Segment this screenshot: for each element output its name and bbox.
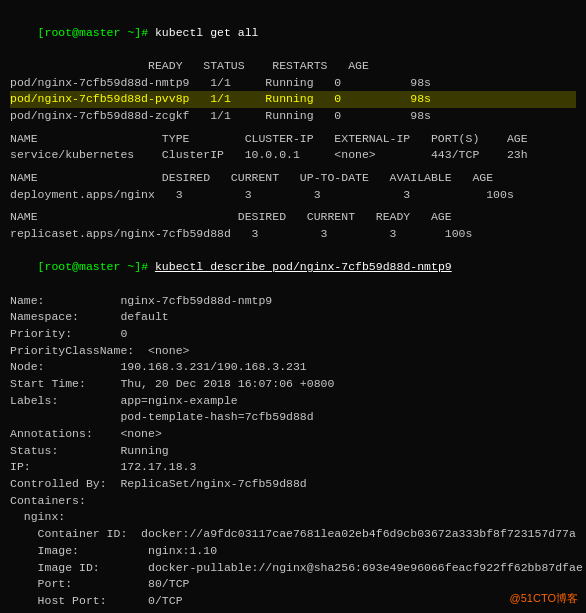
pod-header: READY STATUS RESTARTS AGE [10,58,576,75]
describe-containers: Containers: [10,493,576,510]
describe-port: Port: 80/TCP [10,576,576,593]
terminal-window: [root@master ~]# kubectl get all READY S… [10,8,576,613]
deploy-row-1: deployment.apps/nginx 3 3 3 3 100s [10,187,576,204]
describe-starttime: Start Time: Thu, 20 Dec 2018 16:07:06 +0… [10,376,576,393]
prompt-1: [root@master ~]# [38,26,155,39]
deploy-header: NAME DESIRED CURRENT UP-TO-DATE AVAILABL… [10,170,576,187]
cmd-line-1: [root@master ~]# kubectl get all [10,8,576,58]
describe-ip: IP: 172.17.18.3 [10,459,576,476]
describe-namespace: Namespace: default [10,309,576,326]
describe-state: State: Running [10,610,576,613]
pod-row-1: pod/nginx-7cfb59d88d-nmtp9 1/1 Running 0… [10,75,576,92]
rs-row-1: replicaset.apps/nginx-7cfb59d88d 3 3 3 1… [10,226,576,243]
pod-row-2: pod/nginx-7cfb59d88d-pvv8p 1/1 Running 0… [10,91,576,108]
describe-priority: Priority: 0 [10,326,576,343]
describe-priorityclassname: PriorityClassName: <none> [10,343,576,360]
cmd-text-2: kubectl describe pod/nginx-7cfb59d88d-nm… [155,260,452,273]
describe-status: Status: Running [10,443,576,460]
describe-nginx-label: nginx: [10,509,576,526]
describe-labels: Labels: app=nginx-example [10,393,576,410]
cmd-line-2: [root@master ~]# kubectl describe pod/ng… [10,243,576,293]
watermark: @51CTO博客 [510,591,578,607]
describe-name: Name: nginx-7cfb59d88d-nmtp9 [10,293,576,310]
describe-node: Node: 190.168.3.231/190.168.3.231 [10,359,576,376]
describe-image: Image: nginx:1.10 [10,543,576,560]
svc-header: NAME TYPE CLUSTER-IP EXTERNAL-IP PORT(S)… [10,131,576,148]
pod-row-3: pod/nginx-7cfb59d88d-zcgkf 1/1 Running 0… [10,108,576,125]
svc-row-1: service/kubernetes ClusterIP 10.0.0.1 <n… [10,147,576,164]
describe-labels2: pod-template-hash=7cfb59d88d [10,409,576,426]
rs-header: NAME DESIRED CURRENT READY AGE [10,209,576,226]
describe-containerid: Container ID: docker://a9fdc03117cae7681… [10,526,576,543]
describe-annotations: Annotations: <none> [10,426,576,443]
describe-imageid: Image ID: docker-pullable://nginx@sha256… [10,560,576,577]
prompt-2: [root@master ~]# [38,260,155,273]
describe-controlledby: Controlled By: ReplicaSet/nginx-7cfb59d8… [10,476,576,493]
describe-hostport: Host Port: 0/TCP [10,593,576,610]
cmd-text-1: kubectl get all [155,26,259,39]
